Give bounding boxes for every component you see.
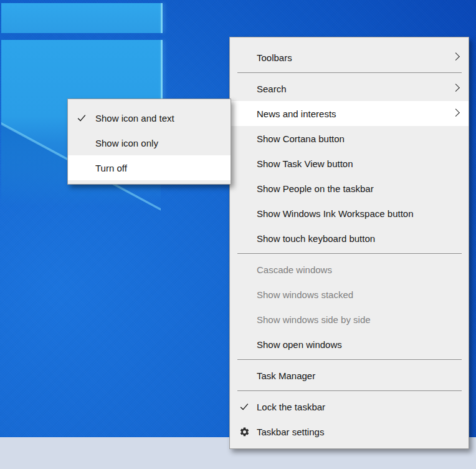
- chevron-right-icon: [452, 84, 460, 92]
- menu-separator: [237, 390, 462, 391]
- menu-item-label: Search: [257, 84, 287, 94]
- menu-item-label: Toolbars: [257, 52, 292, 63]
- menu-item-taskbar-settings[interactable]: Taskbar settings: [230, 419, 469, 444]
- menu-item-search[interactable]: Search: [230, 76, 469, 101]
- menu-item-show-task-view-button[interactable]: Show Task View button: [230, 151, 469, 176]
- taskbar-context-menu: ToolbarsSearchNews and interestsShow Cor…: [229, 37, 469, 449]
- menu-item-news-and-interests[interactable]: News and interests: [230, 101, 469, 126]
- menu-item-show-windows-stacked: Show windows stacked: [230, 282, 469, 307]
- menu-item-label: Show People on the taskbar: [257, 183, 374, 194]
- menu-item-label: Show icon and text: [95, 113, 174, 123]
- menu-item-show-windows-ink-workspace-button[interactable]: Show Windows Ink Workspace button: [230, 201, 469, 226]
- menu-item-label: Task Manager: [257, 370, 315, 381]
- menu-item-show-windows-side-by-side: Show windows side by side: [230, 307, 469, 332]
- menu-item-label: Show Windows Ink Workspace button: [257, 208, 414, 219]
- menu-item-show-open-windows[interactable]: Show open windows: [230, 332, 469, 357]
- menu-item-lock-the-taskbar[interactable]: Lock the taskbar: [230, 394, 469, 419]
- menu-item-show-cortana-button[interactable]: Show Cortana button: [230, 126, 469, 151]
- gear-icon: [238, 425, 250, 438]
- check-icon: [75, 112, 88, 124]
- menu-item-show-touch-keyboard-button[interactable]: Show touch keyboard button: [230, 226, 469, 251]
- menu-item-toolbars[interactable]: Toolbars: [230, 45, 469, 70]
- menu-item-show-icon-only[interactable]: Show icon only: [68, 130, 231, 155]
- wallpaper-window-pane-top: [1, 3, 161, 33]
- menu-item-label: Show touch keyboard button: [257, 233, 375, 244]
- menu-item-show-icon-and-text[interactable]: Show icon and text: [68, 105, 231, 130]
- menu-item-label: Show open windows: [257, 339, 342, 350]
- menu-item-label: Show windows side by side: [257, 314, 371, 325]
- menu-item-show-people-on-the-taskbar[interactable]: Show People on the taskbar: [230, 176, 469, 201]
- menu-item-label: News and interests: [257, 109, 336, 119]
- menu-item-task-manager[interactable]: Task Manager: [230, 363, 469, 388]
- menu-item-label: Show windows stacked: [257, 289, 353, 300]
- menu-item-label: Show Task View button: [257, 158, 353, 169]
- menu-item-turn-off[interactable]: Turn off: [68, 155, 231, 180]
- chevron-right-icon: [452, 109, 460, 117]
- menu-separator: [237, 253, 462, 254]
- menu-item-cascade-windows: Cascade windows: [230, 257, 469, 282]
- menu-item-label: Show icon only: [95, 138, 158, 148]
- menu-item-label: Taskbar settings: [257, 427, 324, 437]
- check-icon: [238, 400, 250, 413]
- menu-item-label: Cascade windows: [257, 264, 332, 275]
- menu-separator: [237, 359, 462, 360]
- chevron-right-icon: [452, 52, 460, 60]
- desktop: 74°F Sunny 5/21/2021 ToolbarsSearchNews …: [0, 0, 476, 469]
- menu-separator: [237, 72, 462, 73]
- menu-item-label: Lock the taskbar: [257, 402, 325, 412]
- menu-item-label: Turn off: [95, 163, 127, 173]
- news-and-interests-submenu: Show icon and textShow icon onlyTurn off: [67, 99, 231, 185]
- menu-item-label: Show Cortana button: [257, 133, 345, 144]
